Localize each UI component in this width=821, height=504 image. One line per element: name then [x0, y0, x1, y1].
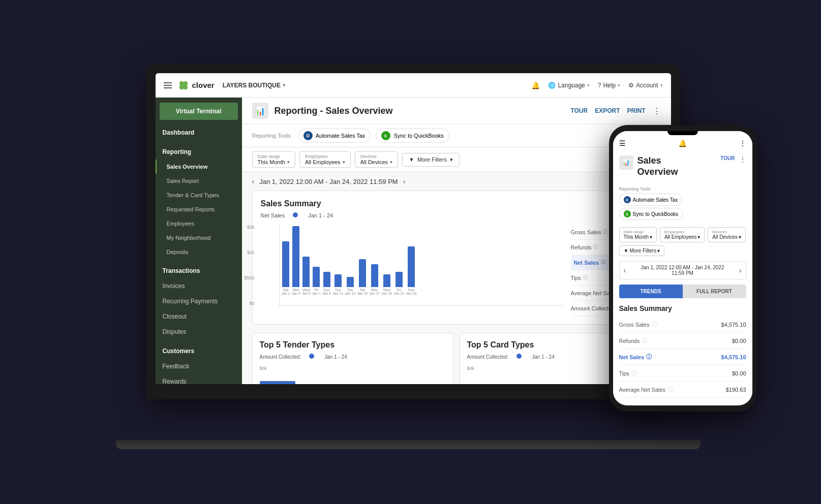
legend-date: Jan 1 - 24: [308, 212, 333, 218]
bar: [323, 272, 330, 287]
phone-tab-trends[interactable]: TRENDS: [619, 285, 683, 298]
phone-qb-label: Sync to QuickBooks: [633, 211, 678, 217]
phone-tour-button[interactable]: TOUR: [720, 155, 735, 161]
devices-filter[interactable]: Devices All Devices ▾: [355, 151, 398, 168]
bar: [371, 264, 378, 287]
phone-tab-full-report[interactable]: FULL REPORT: [683, 285, 746, 298]
sidebar: Virtual Terminal Dashboard Reporting Sal…: [156, 98, 242, 384]
davo-tool-pill[interactable]: D Automate Sales Tax: [298, 129, 371, 143]
phone-logo: 📊: [619, 155, 633, 170]
bell-icon[interactable]: 🔔: [531, 81, 540, 89]
tour-link[interactable]: TOUR: [570, 107, 588, 114]
sidebar-item-requested-reports[interactable]: Requested Reports: [156, 202, 242, 216]
phone-more-icon[interactable]: ⋮: [739, 139, 746, 147]
phone-more-button[interactable]: ⋮: [739, 155, 746, 164]
employees-filter[interactable]: Employees All Employees ▾: [299, 151, 351, 168]
language-button[interactable]: 🌐 Language ▾: [548, 82, 589, 89]
phone-devices-filter[interactable]: Devices All Devices ▾: [708, 227, 745, 242]
sidebar-item-invoices[interactable]: Invoices: [156, 278, 242, 294]
sidebar-item-sales-report[interactable]: Sales Report: [156, 174, 242, 188]
sidebar-item-my-neighborhood[interactable]: My Neighborhood: [156, 231, 242, 245]
bar: [396, 272, 403, 287]
store-name[interactable]: LAYERS BOUTIQUE ▾: [223, 82, 285, 89]
filters-bar: Date range This Month ▾ Employees All Em…: [242, 147, 671, 172]
phone-tools-section: Reporting Tools D Automate Sales Tax $ S…: [619, 186, 746, 222]
phone-more-filters[interactable]: ▼ More Filters ▾: [619, 245, 665, 256]
date-range-display: Jan 1, 2022 12:00 AM - Jan 24, 2022 11:5…: [259, 178, 398, 185]
qb-tool-label: Sync to QuickBooks: [393, 133, 443, 139]
bottom-charts: Top 5 Tender Types Amount Collected: Jan…: [252, 333, 661, 384]
export-link[interactable]: EXPORT: [595, 107, 620, 114]
sidebar-item-closeout[interactable]: Closeout: [156, 309, 242, 324]
phone-davo-pill[interactable]: D Automate Sales Tax: [619, 194, 683, 206]
more-options-icon[interactable]: ⋮: [653, 106, 661, 116]
phone-qb-icon: $: [624, 210, 631, 217]
sidebar-item-reporting[interactable]: Reporting: [156, 144, 242, 160]
bar: [292, 226, 299, 287]
sidebar-item-dashboard[interactable]: Dashboard: [156, 125, 242, 140]
bar: [282, 241, 289, 287]
bar-label: Sat Jan 15: [357, 288, 368, 295]
phone-bell-icon[interactable]: 🔔: [678, 139, 687, 147]
bar: [383, 274, 390, 287]
laptop-base: [116, 440, 701, 449]
sidebar-item-employees-report[interactable]: Employees: [156, 216, 242, 231]
phone-page-title: SalesOverview: [637, 155, 717, 177]
phone-menu-icon[interactable]: ☰: [619, 139, 626, 147]
phone-title-text: SalesOverview: [637, 155, 717, 182]
sidebar-item-disputes[interactable]: Disputes: [156, 324, 242, 339]
hamburger-icon[interactable]: [164, 82, 172, 88]
sidebar-item-recurring[interactable]: Recurring Payments: [156, 294, 242, 309]
sidebar-item-tender-card[interactable]: Tender & Card Types: [156, 188, 242, 202]
date-range-filter[interactable]: Date range This Month ▾: [252, 151, 295, 168]
bar-group: Sun Jan 23: [406, 246, 416, 295]
chart-legend: Net Sales Jan 1 - 24: [261, 212, 652, 218]
sidebar-item-feedback[interactable]: Feedback: [156, 359, 242, 374]
phone-davo-label: Automate Sales Tax: [633, 197, 678, 203]
sales-summary-title: Sales Summary: [261, 199, 652, 208]
davo-icon: D: [303, 131, 313, 140]
phone-employees-filter[interactable]: Employees All Employees ▾: [660, 227, 705, 242]
phone-next-arrow[interactable]: ›: [739, 266, 742, 274]
more-filters-button[interactable]: ▼ More Filters ▾: [402, 153, 460, 167]
sidebar-item-customers[interactable]: Customers: [156, 343, 242, 359]
phone-wrapper: ☰ 🔔 ⋮ 📊 SalesOverview TOUR ⋮: [609, 125, 756, 412]
prev-date-arrow[interactable]: ‹: [252, 177, 255, 185]
account-button[interactable]: ⚙ Account ▾: [628, 82, 662, 89]
phone-screen: ☰ 🔔 ⋮ 📊 SalesOverview TOUR ⋮: [613, 131, 752, 405]
sidebar-item-rewards[interactable]: Rewards: [156, 374, 242, 384]
main-layout: Virtual Terminal Dashboard Reporting Sal…: [156, 98, 671, 384]
bar: [359, 259, 366, 287]
laptop-screen: clover LAYERS BOUTIQUE ▾ 🔔 🌐 Language ▾ …: [156, 73, 671, 384]
davo-tool-label: Automate Sales Tax: [316, 133, 366, 139]
phone-title-row: 📊 SalesOverview TOUR ⋮: [619, 151, 746, 182]
phone-date-filter[interactable]: Date range This Month ▾: [619, 227, 657, 242]
phone-bezel: ☰ 🔔 ⋮ 📊 SalesOverview TOUR ⋮: [609, 125, 756, 412]
phone-metrics: Gross Sales ⓘ $4,575.10 Refunds ⓘ $0.00 …: [619, 317, 746, 398]
qb-tool-pill[interactable]: $ Sync to QuickBooks: [376, 129, 449, 143]
phone-metric-net-sales: Net Sales ⓘ $4,575.10: [619, 349, 746, 365]
bar-label: Tue Jan 11: [332, 288, 343, 295]
phone-qb-pill[interactable]: $ Sync to QuickBooks: [619, 208, 683, 220]
bar-label: Sat Jan 1: [282, 288, 290, 295]
bar-chart: Sat Jan 1Mon Jan 3Wed Jan 5Fri Jan 7Sun …: [279, 225, 563, 306]
clover-logo-text: clover: [192, 81, 215, 89]
filter-icon: ▼: [409, 156, 414, 163]
sidebar-item-deposits[interactable]: Deposits: [156, 245, 242, 259]
phone-sales-summary-title: Sales Summary: [619, 304, 746, 312]
phone-tools-label: Reporting Tools: [619, 186, 746, 192]
sidebar-item-transactions[interactable]: Transactions: [156, 263, 242, 278]
sidebar-item-sales-overview[interactable]: Sales Overview: [156, 160, 242, 174]
tender-legend: Amount Collected: Jan 1 - 24: [260, 354, 446, 360]
print-link[interactable]: PRINT: [627, 107, 646, 114]
clover-logo: clover: [178, 80, 215, 91]
next-date-arrow[interactable]: ›: [403, 177, 406, 185]
bar-label: Fri Jan 21: [393, 288, 404, 295]
chart-container: $2k $1k $500 $0 Sat Jan 1Mon Jan 3Wed Ja…: [261, 225, 652, 316]
bar-label: Sun Jan 23: [406, 288, 416, 295]
help-button[interactable]: ? Help ▾: [598, 82, 620, 89]
bar: [335, 274, 342, 287]
phone-prev-arrow[interactable]: ‹: [624, 266, 626, 274]
bar-group: Sat Jan 15: [357, 259, 368, 295]
virtual-terminal-button[interactable]: Virtual Terminal: [160, 103, 238, 120]
